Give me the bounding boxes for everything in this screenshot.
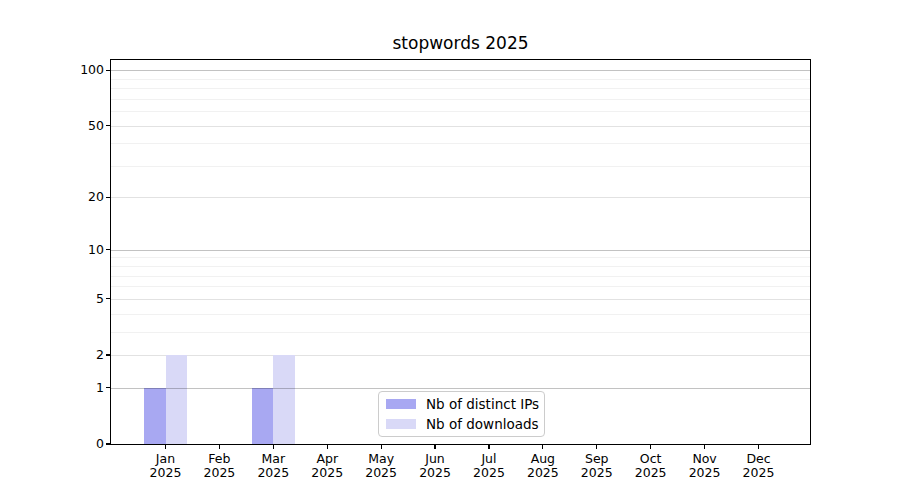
y-tick-label: 2 — [0, 347, 104, 363]
x-tick-label-apr: Apr2025 — [297, 452, 357, 480]
bar-nb-of-distinct-ips-mar — [252, 388, 274, 445]
x-tick-label-nov: Nov2025 — [675, 452, 735, 480]
x-tick-label-jun: Jun2025 — [405, 452, 465, 480]
legend-row-nb-of-distinct-ips: Nb of distinct IPs — [379, 396, 544, 413]
x-tick-year: 2025 — [675, 466, 735, 480]
gridline-minor — [110, 332, 811, 333]
x-tick — [219, 445, 220, 449]
x-tick — [596, 445, 597, 449]
x-tick-label-sep: Sep2025 — [567, 452, 627, 480]
gridline-minor — [110, 88, 811, 89]
gridline-minor — [110, 111, 811, 112]
gridline-minor — [110, 143, 811, 144]
x-tick-year: 2025 — [297, 466, 357, 480]
y-tick — [106, 70, 110, 71]
y-tick-label: 50 — [0, 118, 104, 134]
bar-nb-of-downloads-jan — [166, 355, 188, 445]
y-tick — [106, 354, 110, 355]
x-tick-month: Nov — [675, 452, 735, 466]
legend-swatch-nb-of-downloads — [386, 419, 416, 430]
x-tick-label-feb: Feb2025 — [189, 452, 249, 480]
x-tick-label-jan: Jan2025 — [136, 452, 196, 480]
x-tick — [165, 445, 166, 449]
x-tick-label-jul: Jul2025 — [459, 452, 519, 480]
legend-label: Nb of downloads — [426, 416, 539, 432]
x-tick-label-dec: Dec2025 — [728, 452, 788, 480]
gridline-minor — [110, 99, 811, 100]
bar-nb-of-distinct-ips-jan — [144, 388, 166, 445]
x-tick — [434, 445, 435, 449]
x-tick-month: Mar — [243, 452, 303, 466]
bar-nb-of-downloads-mar — [273, 355, 295, 445]
x-tick-month: Sep — [567, 452, 627, 466]
gridline-minor — [110, 276, 811, 277]
figure: stopwords 2025 0125102050100Jan2025Feb20… — [0, 0, 900, 500]
y-tick-label: 5 — [0, 291, 104, 307]
y-tick-label: 0 — [0, 436, 104, 452]
x-tick-year: 2025 — [567, 466, 627, 480]
x-tick-year: 2025 — [189, 466, 249, 480]
x-tick-month: Oct — [621, 452, 681, 466]
x-tick-month: Jun — [405, 452, 465, 466]
y-tick-label: 10 — [0, 242, 104, 258]
gridline — [110, 299, 811, 300]
x-tick-month: Jan — [136, 452, 196, 466]
x-tick-year: 2025 — [513, 466, 573, 480]
chart-title: stopwords 2025 — [110, 33, 811, 53]
x-tick — [488, 445, 489, 449]
legend-row-nb-of-downloads: Nb of downloads — [379, 416, 544, 433]
x-tick-year: 2025 — [136, 466, 196, 480]
x-tick-year: 2025 — [459, 466, 519, 480]
gridline-minor — [110, 266, 811, 267]
gridline — [110, 355, 811, 356]
gridline-major — [110, 250, 811, 251]
x-tick-label-mar: Mar2025 — [243, 452, 303, 480]
x-tick — [542, 445, 543, 449]
gridline-minor — [110, 166, 811, 167]
y-tick — [106, 249, 110, 250]
gridline-minor — [110, 257, 811, 258]
y-tick — [106, 125, 110, 126]
x-tick-month: Apr — [297, 452, 357, 466]
y-tick — [106, 197, 110, 198]
gridline — [110, 197, 811, 198]
y-tick — [106, 443, 110, 444]
x-tick-label-aug: Aug2025 — [513, 452, 573, 480]
legend-label: Nb of distinct IPs — [426, 396, 539, 412]
gridline-major — [110, 388, 811, 389]
x-tick-month: Dec — [728, 452, 788, 466]
x-tick-year: 2025 — [351, 466, 411, 480]
legend-swatch-nb-of-distinct-ips — [386, 399, 416, 410]
y-tick-label: 1 — [0, 380, 104, 396]
x-tick — [704, 445, 705, 449]
x-tick-month: Aug — [513, 452, 573, 466]
x-tick-year: 2025 — [405, 466, 465, 480]
x-tick-year: 2025 — [621, 466, 681, 480]
y-tick — [106, 387, 110, 388]
x-tick — [327, 445, 328, 449]
y-tick-label: 100 — [0, 62, 104, 78]
x-tick-year: 2025 — [728, 466, 788, 480]
gridline-minor — [110, 314, 811, 315]
x-tick-month: Jul — [459, 452, 519, 466]
x-tick-month: Feb — [189, 452, 249, 466]
gridline-minor — [110, 79, 811, 80]
x-tick — [650, 445, 651, 449]
y-tick-label: 20 — [0, 189, 104, 205]
x-tick-label-may: May2025 — [351, 452, 411, 480]
x-tick — [758, 445, 759, 449]
x-tick — [381, 445, 382, 449]
gridline-minor — [110, 286, 811, 287]
x-tick-month: May — [351, 452, 411, 466]
legend: Nb of distinct IPsNb of downloads — [378, 391, 545, 437]
x-tick-label-oct: Oct2025 — [621, 452, 681, 480]
gridline-major — [110, 70, 811, 71]
x-tick-year: 2025 — [243, 466, 303, 480]
gridline — [110, 126, 811, 127]
y-tick — [106, 298, 110, 299]
plot-area — [110, 59, 811, 445]
x-tick — [273, 445, 274, 449]
